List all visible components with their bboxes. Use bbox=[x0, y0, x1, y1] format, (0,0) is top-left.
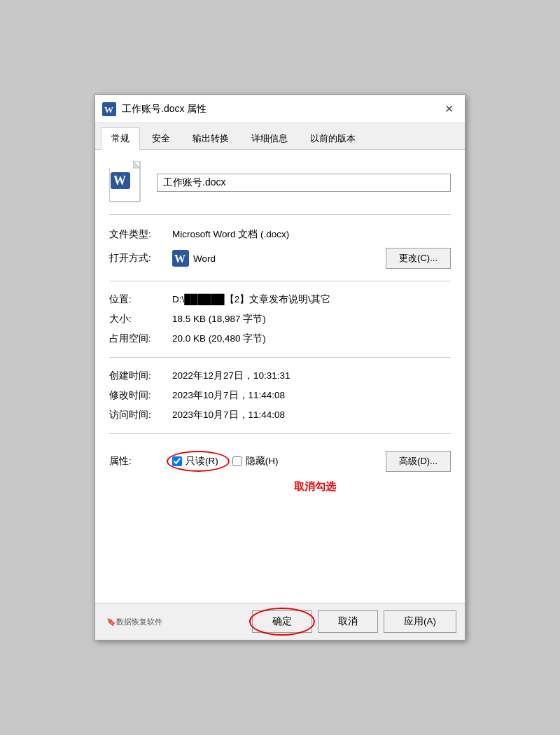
svg-text:W: W bbox=[104, 104, 113, 115]
file-type-row: 文件类型: Microsoft Word 文档 (.docx) bbox=[109, 225, 451, 244]
disk-size-label: 占用空间: bbox=[109, 332, 172, 345]
attributes-row: 属性: 只读(R) 隐藏(H) 高级(D)... bbox=[109, 445, 451, 477]
size-row: 大小: 18.5 KB (18,987 字节) bbox=[109, 309, 451, 329]
confirm-label: 确定 bbox=[272, 616, 292, 626]
svg-rect-4 bbox=[109, 161, 133, 168]
file-name-input[interactable] bbox=[157, 174, 451, 192]
file-type-label: 文件类型: bbox=[109, 228, 172, 241]
tab-general[interactable]: 常规 bbox=[101, 127, 140, 150]
readonly-checkbox[interactable] bbox=[172, 456, 182, 466]
readonly-checkbox-wrap[interactable]: 只读(R) bbox=[172, 455, 218, 468]
tab-details[interactable]: 详细信息 bbox=[241, 127, 298, 149]
modified-label: 修改时间: bbox=[109, 389, 172, 402]
advanced-button[interactable]: 高级(D)... bbox=[386, 451, 451, 472]
tab-content-general: W 文件类型: Microsoft Word 文档 (.docx) 打开方式: … bbox=[95, 150, 465, 603]
created-label: 创建时间: bbox=[109, 370, 172, 382]
file-type-value: Microsoft Word 文档 (.docx) bbox=[172, 228, 451, 241]
hidden-checkbox[interactable] bbox=[232, 456, 242, 466]
accessed-value: 2023年10月7日，11:44:08 bbox=[172, 409, 451, 421]
dates-section: 创建时间: 2022年12月27日，10:31:31 修改时间: 2023年10… bbox=[109, 366, 451, 434]
apply-button[interactable]: 应用(A) bbox=[384, 610, 456, 633]
svg-text:W: W bbox=[174, 253, 186, 265]
open-with-app: W Word bbox=[172, 250, 386, 267]
confirm-button[interactable]: 确定 bbox=[252, 610, 312, 633]
size-label: 大小: bbox=[109, 313, 172, 326]
readonly-label: 只读(R) bbox=[186, 455, 218, 468]
location-row: 位置: D:\██████【2】文章发布说明\其它 bbox=[109, 290, 451, 309]
attributes-controls: 只读(R) 隐藏(H) 高级(D)... bbox=[172, 451, 451, 472]
created-value: 2022年12月27日，10:31:31 bbox=[172, 370, 451, 382]
word-app-icon: W bbox=[172, 250, 189, 267]
word-icon: W bbox=[102, 102, 116, 116]
file-icon: W bbox=[109, 161, 146, 204]
hidden-label: 隐藏(H) bbox=[246, 455, 279, 468]
uncheck-annotation-label: 取消勾选 bbox=[179, 480, 451, 493]
svg-text:W: W bbox=[113, 174, 126, 188]
dialog-title: 工作账号.docx 属性 bbox=[122, 103, 440, 115]
location-size-section: 位置: D:\██████【2】文章发布说明\其它 大小: 18.5 KB (1… bbox=[109, 290, 451, 358]
disk-size-row: 占用空间: 20.0 KB (20,480 字节) bbox=[109, 329, 451, 349]
modified-row: 修改时间: 2023年10月7日，11:44:08 bbox=[109, 386, 451, 405]
tabs-bar: 常规 安全 输出转换 详细信息 以前的版本 bbox=[95, 123, 465, 150]
accessed-label: 访问时间: bbox=[109, 409, 172, 421]
open-with-app-name: Word bbox=[193, 253, 216, 264]
disk-size-value: 20.0 KB (20,480 字节) bbox=[172, 332, 451, 345]
attributes-label: 属性: bbox=[109, 455, 172, 468]
modified-value: 2023年10月7日，11:44:08 bbox=[172, 389, 451, 402]
file-info-section: 文件类型: Microsoft Word 文档 (.docx) 打开方式: W … bbox=[109, 225, 451, 281]
title-bar: W 工作账号.docx 属性 ✕ bbox=[95, 95, 465, 123]
hidden-checkbox-wrap[interactable]: 隐藏(H) bbox=[232, 455, 279, 468]
properties-dialog: W 工作账号.docx 属性 ✕ 常规 安全 输出转换 详细信息 以前的版本 bbox=[94, 94, 465, 640]
cancel-button[interactable]: 取消 bbox=[318, 610, 378, 633]
tab-output[interactable]: 输出转换 bbox=[182, 127, 239, 149]
file-header: W bbox=[109, 161, 451, 215]
size-value: 18.5 KB (18,987 字节) bbox=[172, 313, 451, 326]
close-button[interactable]: ✕ bbox=[440, 101, 458, 117]
change-open-with-button[interactable]: 更改(C)... bbox=[386, 248, 451, 269]
accessed-row: 访问时间: 2023年10月7日，11:44:08 bbox=[109, 405, 451, 425]
tab-previous[interactable]: 以前的版本 bbox=[300, 127, 366, 149]
open-with-label: 打开方式: bbox=[109, 252, 172, 265]
watermark-label: 🔖数据恢复软件 bbox=[106, 617, 162, 627]
bottom-bar: 🔖数据恢复软件 确定 取消 应用(A) bbox=[95, 603, 465, 640]
open-with-row: 打开方式: W Word 更改(C)... bbox=[109, 244, 451, 272]
tab-security[interactable]: 安全 bbox=[141, 127, 181, 149]
location-value: D:\██████【2】文章发布说明\其它 bbox=[172, 293, 451, 306]
attributes-section: 属性: 只读(R) 隐藏(H) 高级(D)... 取消勾选 bbox=[109, 442, 451, 499]
created-row: 创建时间: 2022年12月27日，10:31:31 bbox=[109, 366, 451, 386]
location-label: 位置: bbox=[109, 293, 172, 306]
